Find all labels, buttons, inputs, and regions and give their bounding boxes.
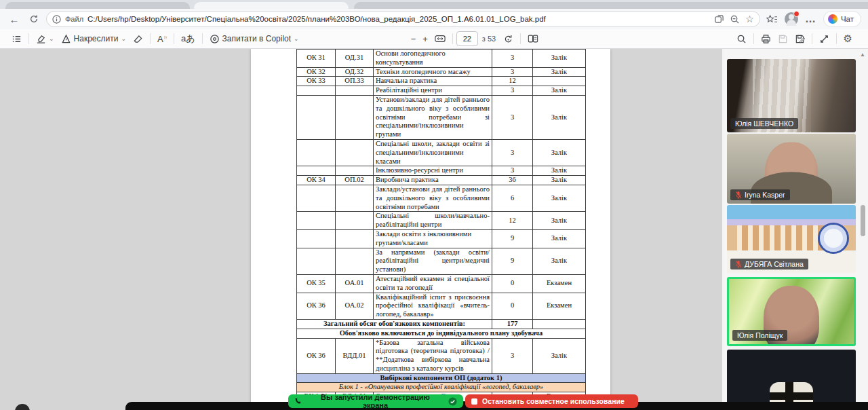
table-cell — [297, 86, 336, 96]
table-cell: Вибіркові компоненти ОП (додаток 1) — [297, 373, 586, 383]
print-button[interactable] — [757, 31, 774, 47]
table-cell — [297, 185, 336, 211]
table-row: Загальний обсяг обов'язкових компонентів… — [297, 319, 586, 329]
chevron-down-icon[interactable]: ⌄ — [121, 35, 126, 42]
stop-sharing-label: Остановить совместное использование — [482, 397, 625, 405]
table-cell: Залік — [533, 67, 586, 77]
table-cell: Інклюзивно-ресурсні центри — [374, 166, 492, 176]
settings-gear-icon[interactable]: ⚙ — [840, 31, 856, 47]
page-number-input[interactable]: 22 — [456, 31, 478, 46]
table-cell: 3 — [492, 86, 533, 96]
check-icon[interactable] — [448, 397, 457, 406]
table-cell: Залік — [533, 229, 586, 248]
zoom-out-button[interactable]: − — [408, 31, 420, 47]
table-cell: Залік — [533, 166, 586, 176]
mic-muted-icon — [735, 191, 742, 199]
participant-tile[interactable]: Юлія ШЕВЧЕНКО — [727, 59, 856, 132]
highlight-button[interactable]: ⌄ — [33, 31, 58, 47]
url-text[interactable]: C:/Users/hp/Desktop/Університет/Спеціаль… — [87, 15, 710, 23]
mic-muted-icon — [735, 260, 742, 268]
erase-button[interactable] — [130, 31, 146, 47]
participant-name: Iryna Kasper — [745, 191, 785, 199]
table-cell: 12 — [492, 212, 533, 230]
info-icon[interactable] — [52, 15, 61, 24]
fit-width-button[interactable] — [431, 31, 449, 47]
table-cell: 3 — [492, 139, 533, 166]
translate-button[interactable]: аあ — [178, 31, 199, 47]
participant-name-label: Юлія ШЕВЧЕНКО — [730, 118, 798, 129]
table-cell — [297, 95, 336, 139]
table-cell — [336, 139, 374, 166]
back-icon[interactable]: ← — [7, 12, 22, 26]
search-button[interactable] — [733, 31, 750, 47]
favorite-star-icon[interactable]: ☆ — [745, 14, 754, 24]
draw-button[interactable]: Накреслити ⌄ — [58, 31, 130, 47]
profile-avatar[interactable] — [785, 12, 798, 26]
table-cell — [336, 95, 374, 139]
copilot-chat-button[interactable]: Чат — [823, 11, 861, 27]
table-row: Установи/заклади для дітей раннього та д… — [297, 95, 586, 139]
table-cell — [533, 77, 586, 86]
table-cell — [297, 139, 336, 166]
participant-tile[interactable] — [727, 350, 856, 410]
favorites-bar-icon[interactable] — [766, 14, 778, 24]
zoom-indicator-icon[interactable] — [730, 14, 740, 24]
table-cell — [533, 319, 586, 329]
scroll-up-icon[interactable]: ▲ — [860, 52, 865, 58]
table-cell: Кваліфікаційний іспит з присвоєння профе… — [374, 293, 492, 319]
browser-navbar: ← Файл C:/Users/hp/Desktop/Університет/С… — [0, 9, 868, 29]
table-cell: ВДД.01 — [336, 338, 374, 373]
table-cell: Заклади/установи для дітей раннього та д… — [374, 185, 492, 211]
participant-name-label: Iryna Kasper — [730, 189, 790, 200]
table-cell: ОК 36 — [297, 293, 336, 319]
chevron-down-icon[interactable]: ⌄ — [294, 35, 299, 42]
copilot-logo-icon — [828, 14, 837, 24]
stop-sharing-button[interactable]: Остановить совместное использование — [465, 394, 638, 408]
table-cell: ОК 33 — [297, 77, 336, 86]
table-cell: Спеціальні школи/навчально-реабілітаційн… — [374, 212, 492, 230]
rotate-button[interactable] — [500, 31, 517, 47]
table-cell: Виробнича практика — [374, 176, 492, 185]
table-cell: Установи/заклади для дітей раннього та д… — [374, 95, 492, 139]
table-cell: 3 — [492, 338, 533, 373]
table-row: Заклади/установи для дітей раннього та д… — [297, 185, 586, 211]
table-cell — [297, 229, 336, 248]
read-aloud-button[interactable]: A⁾⁾ — [154, 31, 170, 47]
table-cell: ОА.02 — [336, 293, 374, 319]
participant-tile[interactable]: Iryna Kasper — [727, 134, 856, 204]
page-view-button[interactable] — [524, 31, 542, 47]
scrollbar-thumb[interactable] — [861, 205, 865, 236]
ask-copilot-button[interactable]: Запитати в Copilot ⌄ — [206, 31, 302, 47]
table-cell: 6 — [492, 185, 533, 211]
more-menu-icon[interactable]: … — [805, 13, 816, 25]
table-cell: Залік — [533, 176, 586, 185]
copilot-chat-label: Чат — [841, 15, 854, 23]
save-button[interactable] — [774, 31, 791, 47]
table-cell: Основи логопедичного консультування — [374, 50, 492, 68]
table-cell: Загальний обсяг обов'язкових компонентів… — [297, 319, 492, 329]
pdf-page: ОК 31ОД.31Основи логопедичного консульту… — [251, 49, 610, 410]
split-screen-icon[interactable] — [714, 14, 724, 24]
table-row: ОК 34ОП.02Виробнича практика36Залік — [297, 176, 586, 185]
table-cell: Блок 1 - «Опанування професійної кваліфі… — [297, 383, 586, 392]
table-cell: Спеціальні школи, заклади освіти зі спец… — [374, 139, 492, 166]
table-cell: Екзамен — [533, 293, 586, 319]
table-row: Заклади освіти з інклюзивними групами/кл… — [297, 229, 586, 248]
chevron-down-icon[interactable]: ⌄ — [49, 35, 54, 42]
participant-tile[interactable]: ДУБЯГА Світлана — [727, 205, 856, 273]
table-cell: Навчальна практика — [374, 77, 492, 86]
zoom-in-button[interactable]: + — [419, 31, 431, 47]
table-cell: ОК 36 — [297, 338, 336, 373]
reload-icon[interactable] — [26, 12, 41, 26]
participants-scrollbar[interactable]: ▲ — [859, 50, 867, 410]
fullscreen-button[interactable] — [816, 31, 833, 47]
table-cell: Екзамен — [533, 274, 586, 293]
save-as-button[interactable] — [791, 31, 808, 47]
table-of-contents-button[interactable] — [8, 31, 25, 47]
participant-tile[interactable]: Юлія Поліщук — [727, 277, 856, 346]
table-row: ОК 31ОД.31Основи логопедичного консульту… — [297, 50, 586, 68]
table-cell: 36 — [492, 176, 533, 185]
pdf-viewer-area[interactable]: ОК 31ОД.31Основи логопедичного консульту… — [0, 49, 722, 410]
url-bar[interactable]: Файл C:/Users/hp/Desktop/Університет/Спе… — [46, 11, 760, 27]
table-cell: Техніки логопедичного масажу — [374, 67, 492, 77]
